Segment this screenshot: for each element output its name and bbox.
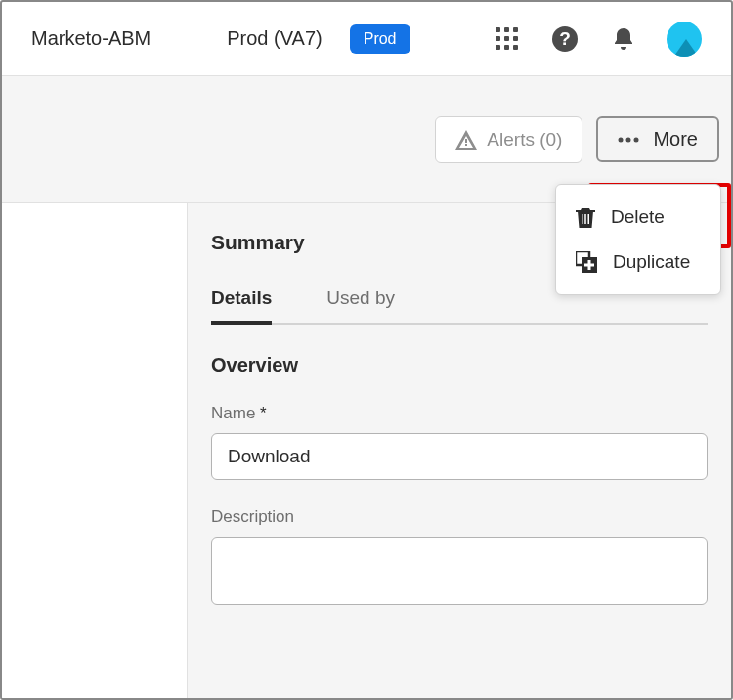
app-title: Marketo-ABM (31, 27, 151, 50)
more-dots-icon (618, 137, 639, 143)
description-label: Description (211, 507, 708, 527)
top-header: Marketo-ABM Prod (VA7) Prod ? (2, 2, 731, 76)
description-field: Description (211, 507, 708, 609)
alerts-label: Alerts (0) (487, 129, 562, 151)
user-avatar[interactable] (667, 22, 702, 57)
more-dropdown: Delete Duplicate (555, 184, 721, 295)
duplicate-label: Duplicate (613, 251, 690, 273)
more-label: More (653, 128, 698, 151)
overview-heading: Overview (211, 354, 708, 376)
svg-text:?: ? (559, 28, 571, 49)
tab-details[interactable]: Details (211, 287, 272, 323)
warning-icon (455, 130, 477, 150)
required-asterisk: * (260, 404, 267, 422)
env-badge: Prod (350, 24, 410, 54)
name-field: Name * (211, 404, 708, 480)
description-input[interactable] (211, 537, 708, 605)
more-button[interactable]: More (596, 116, 719, 162)
alerts-button[interactable]: Alerts (0) (435, 116, 582, 163)
delete-menu-item[interactable]: Delete (556, 195, 720, 240)
duplicate-icon (576, 251, 597, 273)
svg-point-2 (619, 137, 624, 142)
name-label: Name * (211, 404, 708, 423)
apps-grid-icon[interactable] (491, 23, 522, 55)
environment-label[interactable]: Prod (VA7) (227, 27, 322, 50)
help-icon[interactable]: ? (549, 23, 581, 55)
tab-used-by[interactable]: Used by (326, 287, 395, 323)
svg-rect-8 (584, 264, 594, 267)
svg-point-4 (634, 137, 639, 142)
name-input[interactable] (211, 433, 708, 480)
notifications-bell-icon[interactable] (608, 23, 639, 55)
duplicate-menu-item[interactable]: Duplicate (556, 240, 720, 284)
svg-point-3 (626, 137, 631, 142)
trash-icon (576, 206, 595, 228)
delete-label: Delete (611, 206, 665, 228)
left-sidebar (2, 203, 188, 698)
